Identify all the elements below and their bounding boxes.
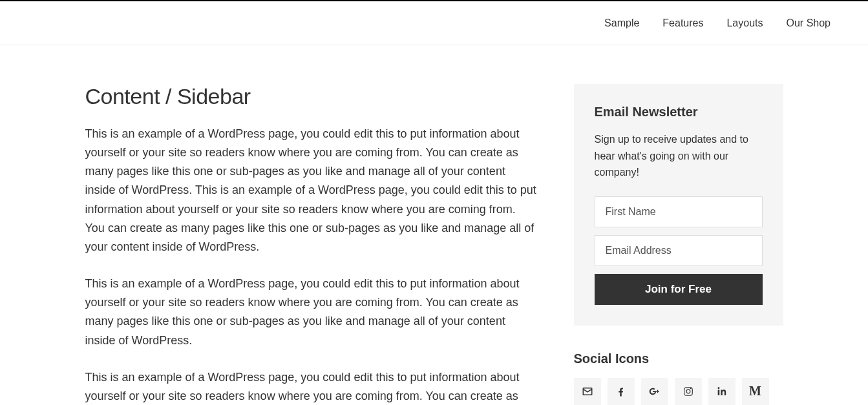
sidebar: Email Newsletter Sign up to receive upda… <box>574 84 783 405</box>
nav-link-our-shop[interactable]: Our Shop <box>775 17 842 29</box>
newsletter-description: Sign up to receive updates and to hear w… <box>595 131 763 181</box>
email-icon[interactable] <box>574 378 601 405</box>
linkedin-icon[interactable] <box>708 378 736 405</box>
google-plus-icon[interactable] <box>641 378 668 405</box>
page-title: Content / Sidebar <box>85 84 538 109</box>
body-paragraph: This is an example of a WordPress page, … <box>85 125 538 256</box>
social-grid: M <box>574 378 783 405</box>
body-paragraph: This is an example of a WordPress page, … <box>85 275 538 350</box>
social-widget: Social Icons M <box>574 351 783 405</box>
nav-link-sample[interactable]: Sample <box>593 17 651 29</box>
newsletter-widget: Email Newsletter Sign up to receive upda… <box>574 84 783 326</box>
nav-link-layouts[interactable]: Layouts <box>715 17 774 29</box>
instagram-icon[interactable] <box>675 378 702 405</box>
main-content: Content / Sidebar This is an example of … <box>85 84 538 405</box>
newsletter-heading: Email Newsletter <box>595 105 763 119</box>
email-input[interactable] <box>595 235 763 266</box>
medium-icon[interactable]: M <box>742 378 769 405</box>
body-paragraph: This is an example of a WordPress page, … <box>85 368 538 405</box>
nav-link-features[interactable]: Features <box>651 17 715 29</box>
join-button[interactable]: Join for Free <box>595 274 763 305</box>
social-heading: Social Icons <box>574 351 783 366</box>
facebook-icon[interactable] <box>608 378 635 405</box>
primary-nav: Sample Features Layouts Our Shop <box>0 0 868 45</box>
first-name-input[interactable] <box>595 196 763 227</box>
